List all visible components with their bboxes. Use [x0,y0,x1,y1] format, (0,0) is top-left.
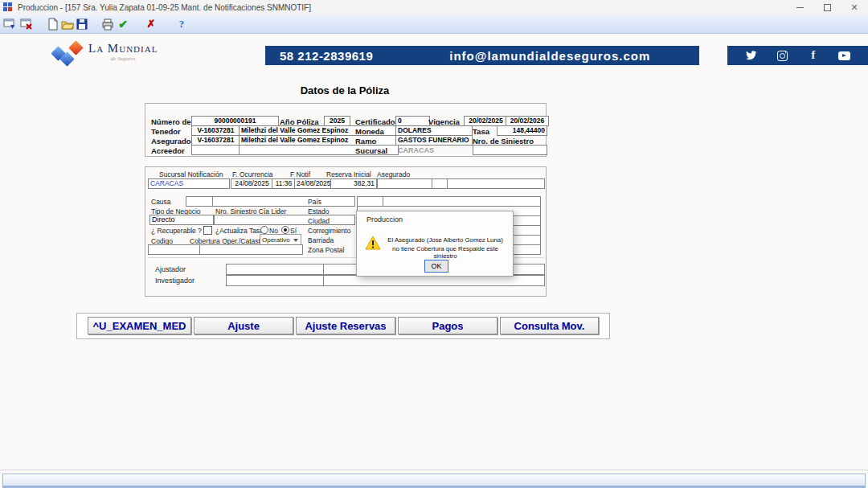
actualiza-no-radio[interactable] [260,226,268,234]
instagram-icon[interactable] [775,49,789,62]
f-ocurrencia-label: F. Ocurrencia [232,170,273,178]
acreedor-id-field[interactable] [191,145,240,155]
zona-postal-label: Zona Postal [308,246,344,254]
sucursal-notif-label: Sucursal Notificación [159,170,223,178]
company-logo-text: La Mundial de Seguros [88,42,158,62]
asegurado-label: Asegurado [151,137,191,146]
chevron-down-icon [293,239,298,242]
window-title: Produccion - [157 Sra. Yulia Zapata 01-0… [18,3,311,12]
investigador-label: Investigador [155,277,194,285]
print-icon[interactable] [100,17,115,31]
barriada-label: Barriada [308,236,334,244]
window-delete-icon[interactable] [19,17,34,31]
tipo-negocio-field[interactable]: Directo [149,215,214,225]
twitter-icon[interactable] [744,49,759,62]
numero-label: Número de [151,117,191,126]
investigador-code-field[interactable] [226,275,326,286]
sucursal-label: Sucursal [355,146,387,155]
consulta-mov-button[interactable]: Consulta Mov. [500,317,599,334]
asegurado-small-field[interactable] [432,178,448,189]
social-bar: f [727,46,868,65]
logo-subtitle: de Seguros [88,55,158,62]
f-notif-field[interactable]: 24/08/2025 [294,178,332,189]
tasa-field[interactable]: 148,44400 [497,125,547,136]
tasa-label: Tasa [473,127,489,136]
save-icon[interactable] [75,17,89,31]
sucursal-notif-field[interactable]: CARACAS [148,178,230,189]
ajustador-code-field[interactable] [226,264,326,275]
message-dialog: Produccion El Asegurado (Jose Alberto Go… [356,211,514,277]
close-button[interactable]: ✕ [841,0,868,14]
actualiza-tasa-label: ¿Actualiza Tasa [215,227,264,235]
open-folder-icon[interactable] [60,17,75,31]
ajuste-reservas-button[interactable]: Ajuste Reservas [296,317,395,334]
action-button-bar: ^U_EXAMEN_MED Ajuste Ajuste Reservas Pag… [76,313,610,339]
sucursal-value: CARACAS [398,146,434,154]
asegurado-code-field[interactable] [377,178,432,189]
warning-icon [365,236,381,250]
ciudad-label: Ciudad [308,217,330,225]
ok-button[interactable]: OK [424,260,448,273]
cobertura-value: Operativo [262,236,290,244]
dialog-message-line1: El Asegurado (Jose Alberto Gomez Luna) [381,236,510,244]
ramo-field[interactable]: GASTOS FUNERARIO [395,135,473,146]
contact-bar: 58 212-2839619 info@lamundialdeseguros.c… [265,46,699,65]
asegurado-name-field[interactable] [447,178,545,189]
logo-title: La Mundial [88,42,158,55]
ajuste-button[interactable]: Ajuste [194,317,293,334]
recuperable-checkbox[interactable] [203,226,212,235]
investigador-name-field[interactable] [323,275,545,286]
asegurado-notif-label: Asegurado [377,170,410,178]
causa-code-field[interactable] [186,196,213,207]
restore-button[interactable] [813,0,841,14]
reserva-field[interactable]: 382,31 [330,178,377,189]
youtube-icon[interactable] [837,49,851,62]
f-notif-label: F Notif [290,170,310,178]
ajustador-label: Ajustador [155,265,186,273]
application-window: Produccion - [157 Sra. Yulia Zapata 01-0… [0,0,868,488]
estado-label: Estado [308,207,329,215]
corregimiento-label: Corregimiento [308,227,350,235]
cobertura-desc-field[interactable] [199,244,303,255]
causa-desc-field[interactable] [212,196,355,207]
minimize-button[interactable] [786,0,813,14]
bottom-divider [0,470,868,471]
app-icon [3,2,13,12]
phone-number: 58 212-2839619 [280,49,373,63]
facebook-icon[interactable]: f [806,49,821,62]
policy-groupbox: Número de 90000000191 Año Póliza 2025 Ce… [145,103,547,157]
reserva-label: Reserva Inicial [326,170,371,178]
company-logo-icon [51,40,87,68]
f-ocurrencia-field[interactable]: 24/08/2025 [231,178,273,189]
status-bar [2,474,866,488]
recuperable-label: ¿ Recuperable ? [151,227,202,235]
examen-med-button[interactable]: ^U_EXAMEN_MED [88,317,191,334]
codigo-field[interactable] [148,244,200,255]
window-screen-icon[interactable] [2,17,17,31]
nro-siniestro-field[interactable] [473,145,547,155]
causa-label: Causa [151,198,171,206]
nro-siniestro-cia-field[interactable] [214,215,355,225]
actualiza-si-radio[interactable] [281,226,289,234]
email-address: info@lamundialdeseguros.com [449,49,650,63]
tenedor-label: Tenedor [151,127,181,136]
pagos-button[interactable]: Pagos [398,317,497,334]
acreedor-label: Acreedor [151,146,185,155]
page-title: Datos de la Póliza [264,84,425,96]
dialog-message-line2: no tiene Cobertura que Respalde este sin… [381,245,510,260]
toolbar: ✔ ✗ ? [0,14,868,34]
title-bar: Produccion - [157 Sra. Yulia Zapata 01-0… [0,0,868,15]
new-document-icon[interactable] [46,17,60,31]
pais-label: País [308,198,321,206]
hora-field[interactable]: 11:36 [272,178,296,189]
confirm-check-icon[interactable]: ✔ [116,17,130,31]
dialog-title: Produccion [366,215,403,223]
help-icon[interactable]: ? [174,17,189,31]
delete-x-icon[interactable]: ✗ [144,17,158,31]
